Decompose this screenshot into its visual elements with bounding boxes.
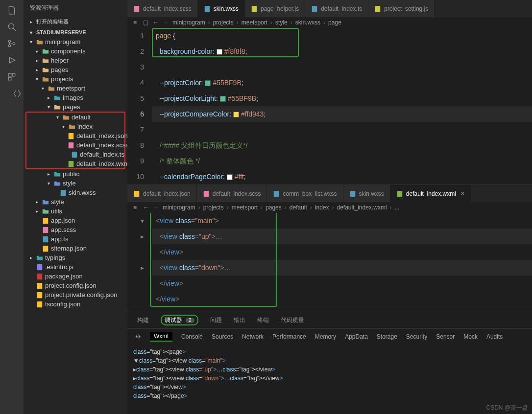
dom-inspector[interactable]: class="tag"><page>▼class="tag"><view cla… (127, 345, 532, 403)
panel-tab[interactable]: 代码质量 (279, 315, 306, 325)
tree-item[interactable]: .eslintrc.js (24, 262, 127, 272)
tree-item[interactable]: skin.wxss (24, 188, 127, 197)
breadcrumb-item[interactable]: style (275, 19, 288, 26)
breadcrumb-item[interactable]: index (315, 204, 329, 211)
devtools-tab[interactable]: Memory (315, 333, 336, 340)
tree-item[interactable]: ▾style (24, 179, 127, 188)
tree-item[interactable]: ▸helper (24, 56, 127, 65)
breadcrumb-item[interactable]: miniprogram (172, 19, 205, 26)
editor-tabs-bottom: default_index.jsondefault_index.scsscomm… (127, 185, 532, 202)
extensions-icon[interactable] (7, 72, 16, 83)
devtools-tab[interactable]: Sensor (436, 333, 455, 340)
tree-item[interactable]: ▾meetsport (24, 84, 127, 93)
breadcrumb-item[interactable]: meetsport (232, 204, 258, 211)
editor-default-index-wxml[interactable]: ▾▸▸18 <view class="main"> <view class="u… (127, 213, 532, 312)
panel-tab[interactable]: 问题 (208, 315, 224, 325)
tree-item[interactable]: ▾index (26, 122, 124, 131)
main-editor-area: default_index.scssskin.wxsspage_helper.j… (127, 0, 532, 414)
svg-rect-24 (312, 5, 317, 11)
tree-item[interactable]: app.ts (24, 234, 127, 244)
debug-icon[interactable] (7, 56, 16, 67)
tree-item[interactable]: ▸typings (24, 253, 127, 262)
tree-item[interactable]: project.private.config.json (24, 290, 127, 299)
breadcrumb-item[interactable]: projects (203, 204, 224, 211)
editor-tab[interactable]: project_setting.js (368, 0, 435, 17)
tree-item[interactable]: ▸images (24, 93, 127, 102)
svg-rect-10 (69, 161, 74, 166)
devtools-tab[interactable]: Storage (377, 333, 397, 340)
git-icon[interactable] (7, 39, 16, 50)
devtools-tab[interactable]: AppData (345, 333, 368, 340)
editor-tab[interactable]: default_index.scss (127, 0, 198, 17)
tree-item[interactable]: app.scss (24, 225, 127, 234)
tree-item[interactable]: ▸components (24, 46, 127, 56)
tree-item[interactable]: ▾projects (24, 74, 127, 84)
svg-rect-20 (37, 301, 43, 307)
tree-item[interactable]: ▸public (24, 169, 127, 179)
tree-item[interactable]: ▾pages (24, 102, 127, 112)
forward-icon[interactable]: → (153, 204, 160, 211)
panel-tab[interactable]: 构建 (135, 315, 151, 325)
panel-tab[interactable]: 调试器 2 (159, 315, 200, 325)
forward-icon[interactable]: → (163, 19, 169, 26)
watermark: CSDN @茶一盘 (486, 404, 528, 412)
devtools-tab[interactable]: Sources (212, 333, 233, 340)
editor-tab[interactable]: skin.wxss (198, 0, 245, 17)
files-icon[interactable] (7, 6, 16, 17)
panel-tab[interactable]: 输出 (232, 315, 247, 325)
tree-item[interactable]: tsconfig.json (24, 299, 127, 309)
collapse-icon[interactable] (13, 89, 22, 100)
devtools-tab[interactable]: Performance (272, 333, 306, 340)
editor-tab[interactable]: default_index.ts (305, 0, 368, 17)
tree-item[interactable]: app.json (24, 216, 127, 225)
breadcrumb-item[interactable]: default (290, 204, 307, 211)
devtools-tab[interactable]: Audits (486, 333, 503, 340)
svg-rect-25 (375, 5, 381, 11)
tree-item[interactable]: ▸utils (24, 207, 127, 216)
devtools-tab[interactable]: Console (181, 333, 203, 340)
editor-tab[interactable]: page_helper.js (245, 0, 305, 17)
breadcrumb-item[interactable]: miniprogram (163, 204, 195, 211)
back-icon[interactable]: ← (143, 204, 150, 211)
editor-skin-wxss[interactable]: 12345678910 page { background-color: #f8… (127, 28, 532, 184)
file-tree: ▾miniprogram▸components▸helper▸pages▾pro… (24, 37, 127, 414)
devtools-tab[interactable]: Mock (463, 333, 478, 340)
panel-tab[interactable]: 终端 (255, 315, 271, 325)
breadcrumb-item[interactable]: page (328, 19, 341, 26)
tree-item[interactable]: sitemap.json (24, 244, 127, 253)
open-editors-section[interactable]: ▸打开的编辑器 (24, 16, 127, 27)
tree-item[interactable]: ▸pages (24, 65, 127, 74)
tree-item[interactable]: ▸style (24, 197, 127, 207)
editor-tab[interactable]: comm_box_list.wxss (267, 185, 343, 202)
workspace-section[interactable]: ▾STADIUMRESERVE (24, 27, 127, 37)
breadcrumb-item[interactable]: ... (395, 204, 400, 211)
editor-tab[interactable]: default_index.scss (197, 185, 267, 202)
tree-item[interactable]: project.config.json (24, 281, 127, 290)
svg-rect-21 (134, 5, 140, 11)
editor-tab[interactable]: default_index.wxml× (390, 185, 471, 202)
breadcrumb-bottom: ≡ ← → miniprogram›projects›meetsport›pag… (127, 202, 532, 213)
search-icon[interactable] (7, 23, 16, 33)
editor-tab[interactable]: default_index.json (127, 185, 197, 202)
tree-item[interactable]: default_index.json (26, 131, 124, 140)
breadcrumb-item[interactable]: projects (213, 19, 234, 26)
editor-tab[interactable]: skin.wxss (343, 185, 390, 202)
devtools-tab[interactable]: Security (406, 333, 427, 340)
tree-item[interactable]: ▾miniprogram (24, 37, 127, 46)
tree-item[interactable]: ▾default (26, 113, 124, 122)
breadcrumb-item[interactable]: meetsport (242, 19, 267, 26)
breadcrumb-item[interactable]: default_index.wxml (337, 204, 387, 211)
tree-item[interactable]: default_index.wxml (26, 159, 124, 168)
devtools-tab[interactable]: Network (242, 333, 264, 340)
tree-item[interactable]: package.json (24, 272, 127, 281)
back-icon[interactable]: ← (153, 19, 160, 26)
devtools-tab[interactable]: Wxml (150, 332, 172, 342)
inspect-icon[interactable]: ⯐ (135, 333, 141, 340)
tree-item[interactable]: default_index.ts (26, 150, 124, 159)
breadcrumb-item[interactable]: skin.wxss (295, 19, 320, 26)
tree-item[interactable]: default_index.scss (26, 140, 124, 150)
breadcrumb-item[interactable]: pages (266, 204, 282, 211)
menu-icon[interactable]: ≡ (133, 19, 140, 26)
menu-icon[interactable]: ≡ (133, 204, 140, 211)
bookmark-icon[interactable]: ▢ (143, 19, 150, 26)
